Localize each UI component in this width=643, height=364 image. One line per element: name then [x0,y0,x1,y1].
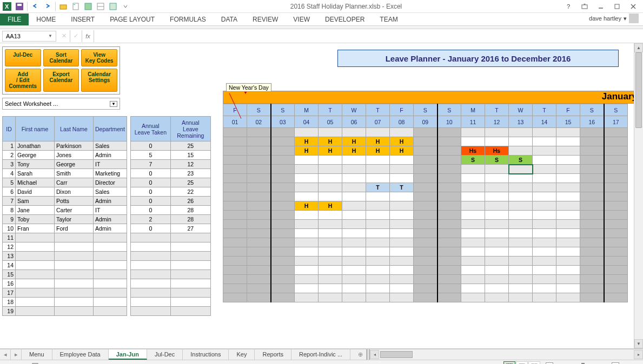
table-row[interactable]: 13 [3,252,127,261]
calendar-cell[interactable] [342,220,366,229]
tab-scroll-first-icon[interactable]: ◂ [0,349,11,360]
calendar-cell[interactable] [366,229,390,238]
calendar-cell[interactable]: S [461,156,485,165]
calendar-cell[interactable] [390,266,414,275]
calendar-cell[interactable] [247,247,271,257]
calendar-cell[interactable] [271,174,295,183]
calendar-cell[interactable] [223,183,247,192]
calendar-cell[interactable] [390,275,414,284]
calendar-cell[interactable] [271,229,295,238]
calendar-cell[interactable] [604,174,628,183]
formula-input[interactable] [94,31,643,42]
calendar-cell[interactable] [366,257,390,266]
calendar-cell[interactable]: S [509,156,533,165]
scroll-right-icon[interactable]: ▸ [634,350,643,359]
calendar-cell[interactable] [461,183,485,192]
calendar-cell[interactable] [509,192,533,201]
calendar-cell[interactable] [556,174,580,183]
calendar-cell[interactable] [556,293,580,302]
calendar-cell[interactable] [604,192,628,201]
calendar-cell[interactable] [533,211,556,220]
calendar-cell[interactable] [247,266,271,275]
table-row[interactable]: 17 [3,288,127,298]
calendar-cell[interactable] [366,174,390,183]
calendar-cell[interactable] [319,293,342,302]
calendar-cell[interactable] [390,128,414,137]
calendar-cell[interactable] [533,201,556,211]
calendar-cell[interactable] [461,211,485,220]
calendar-cell[interactable] [556,201,580,211]
calendar-cell[interactable] [247,165,271,174]
ribbon-tab-team[interactable]: TEAM [372,14,405,25]
calendar-row[interactable] [223,275,628,284]
table-row[interactable]: 228 [130,215,210,224]
calendar-cell[interactable] [485,174,509,183]
calendar-cell[interactable] [390,220,414,229]
calendar-cell[interactable] [580,238,604,247]
calendar-cell[interactable] [414,257,437,266]
calendar-row[interactable]: TT [223,183,628,192]
calendar-cell[interactable] [271,201,295,211]
calendar-cell[interactable] [485,284,509,293]
calendar-cell[interactable] [319,229,342,238]
calendar-cell[interactable] [533,192,556,201]
calendar-row[interactable] [223,266,628,275]
calendar-cell[interactable] [223,229,247,238]
calendar-cell[interactable] [580,229,604,238]
calendar-cell[interactable] [223,275,247,284]
calendar-cell[interactable] [366,293,390,302]
calendar-cell[interactable] [223,174,247,183]
fx-icon[interactable]: fx [82,30,94,42]
calendar-row[interactable] [223,211,628,220]
scroll-left-icon[interactable]: ◂ [370,350,379,359]
calendar-cell[interactable] [342,201,366,211]
calendar-cell[interactable] [580,156,604,165]
calendar-cell[interactable] [247,275,271,284]
calendar-cell[interactable] [485,201,509,211]
calendar-cell[interactable] [366,238,390,247]
calendar-cell[interactable] [223,266,247,275]
table-row[interactable] [130,279,210,288]
calendar-cell[interactable] [580,192,604,201]
calendar-cell[interactable]: H [366,137,390,146]
calendar-cell[interactable] [604,266,628,275]
calendar-cell[interactable] [580,137,604,146]
employee-table[interactable]: IDFirst nameLast NameDepartment 1Jonatha… [2,116,127,316]
calendar-row[interactable] [223,257,628,266]
calendar-cell[interactable] [390,229,414,238]
calendar-cell[interactable] [461,192,485,201]
calendar-cell[interactable] [342,211,366,220]
calendar-cell[interactable] [461,275,485,284]
calendar-cell[interactable] [437,293,461,302]
calendar-cell[interactable] [485,293,509,302]
calendar-cell[interactable] [223,156,247,165]
calendar-cell[interactable] [271,284,295,293]
ribbon-tab-insert[interactable]: INSERT [63,14,102,25]
file-tab[interactable]: FILE [0,14,29,25]
calendar-cell[interactable] [580,146,604,156]
calendar-cell[interactable]: T [390,183,414,192]
calendar-cell[interactable] [271,266,295,275]
qat-icon-2[interactable] [95,1,107,12]
calendar-cell[interactable] [485,192,509,201]
calendar-cell[interactable] [295,128,319,137]
calendar-cell[interactable] [461,284,485,293]
calendar-cell[interactable]: H [342,146,366,156]
calendar-cell[interactable] [556,284,580,293]
calendar-cell[interactable] [271,137,295,146]
calendar-cell[interactable] [319,275,342,284]
calendar-cell[interactable] [437,137,461,146]
table-row[interactable]: 4SarahSmithMarketing [3,169,127,178]
calendar-cell[interactable] [509,211,533,220]
calendar-cell[interactable] [533,156,556,165]
calendar-cell[interactable] [414,128,437,137]
table-row[interactable]: 14 [3,261,127,270]
calendar-cell[interactable] [223,192,247,201]
calendar-cell[interactable] [414,266,437,275]
calendar-row[interactable]: HH [223,201,628,211]
calendar-cell[interactable] [319,257,342,266]
calendar-cell[interactable] [604,257,628,266]
calendar-cell[interactable] [223,128,247,137]
calendar-cell[interactable] [580,284,604,293]
calendar-cell[interactable] [461,220,485,229]
